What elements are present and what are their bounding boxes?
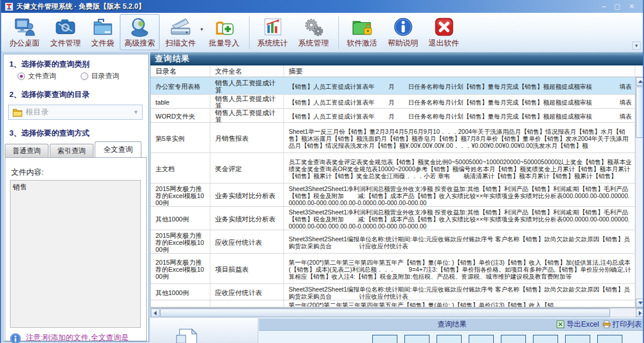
fulltext-query-panel: 文件内容: 注意:刚添加的文件,全文查询是: [5, 157, 147, 341]
cell-directory: WORD文件夹: [151, 109, 210, 122]
results-panel: 查询结果 目录名 文件全名 摘要 办公室专用表格 销售人员工资提成计算 【销售】…: [150, 53, 644, 343]
footer-button[interactable]: [404, 335, 430, 343]
footer-button[interactable]: [469, 335, 494, 343]
radio-icon[interactable]: [81, 72, 88, 80]
column-header-dir[interactable]: 目录名: [151, 65, 210, 77]
table-row[interactable]: 2015网友极力推荐的Excel模板1000例 应收应付统计表 Sheet3Sh…: [151, 230, 635, 254]
cell-filename: 销售人员工资提成计算: [210, 77, 284, 94]
cell-filename: [210, 300, 284, 307]
folder-icon: [12, 108, 23, 117]
scroll-left-button[interactable]: [151, 309, 160, 317]
cell-filename: 业务实绩对比分析表: [210, 207, 284, 230]
table-row[interactable]: 第5章实例 月销售报表 Sheet1举一反三月份【销售】量2月3月4月5月6月9…: [151, 123, 635, 153]
toolbar-button-label: 文件管理: [50, 38, 81, 48]
desktop-user-icon: [14, 16, 35, 37]
results-header: 查询结果: [150, 53, 644, 65]
table-row[interactable]: 2015网友极力推荐的Excel模板1000例 业务实绩对比分析表 Sheet3…: [151, 183, 635, 207]
info-icon: [393, 16, 414, 37]
toolbar-button-camera[interactable]: 文件管理: [46, 14, 85, 50]
table-row[interactable]: 其他1000例 应收应付统计表 Sheet3Sheet2Sheet1编报单位名称…: [151, 284, 635, 300]
cell-directory: 其他1000例: [151, 284, 210, 300]
cell-filename: 销售人员工资提成计算: [210, 95, 284, 108]
scroll-down-button[interactable]: [636, 299, 644, 307]
footer-button[interactable]: [533, 335, 558, 343]
toolbar-button-exit[interactable]: 退出软件: [424, 14, 464, 50]
cell-summary: 【销售】人员工资提成计算表年 月 日任务名称每月计划【销售】量每月完成【销售】额…: [284, 77, 635, 94]
table-row[interactable]: 2015网友极力推荐的Excel模板1000例 项目损益表 第一年(200*)第…: [151, 254, 635, 284]
footer-button[interactable]: [565, 335, 590, 343]
cell-filename: 项目损益表: [210, 254, 284, 283]
footer-button[interactable]: [372, 335, 397, 343]
toolbar-button-stats-chart[interactable]: 系统统计: [253, 14, 293, 50]
app-icon: [5, 2, 13, 11]
toolbar-button-batch-import[interactable]: 批量导入: [205, 14, 244, 50]
toolbar-button-label: 扫描文件: [165, 38, 196, 48]
print-list-button[interactable]: 打印列表: [603, 320, 642, 330]
table-row[interactable]: 第一年(200*)第二年第三年第四年第五年产【销售】量(单位: )【销售】单价(…: [151, 300, 635, 307]
step3-heading: 3、选择你要的查询方式: [9, 128, 89, 138]
toolbar-button-label: 系统统计: [258, 38, 288, 48]
table-row[interactable]: 其他1000例 业务实绩对比分析表 Sheet3Sheet2Sheet1净利润利…: [151, 207, 635, 230]
exit-icon: [434, 16, 455, 37]
note: 注意:刚添加的文件,全文查询是: [10, 333, 140, 343]
scanner-icon: [170, 16, 191, 37]
directory-select[interactable]: 根目录 ▼: [8, 105, 143, 120]
window-title: 天健文件管理系统 · 免费版【版本 5.2.0】: [16, 2, 146, 12]
note-text: 注意:刚添加的文件,全文查询是: [26, 333, 140, 342]
toolbar-button-folder-bag[interactable]: 文件袋: [86, 14, 119, 50]
toolbar-separator: [338, 16, 339, 49]
cell-summary: 【销售】人员工资提成计算表年 月 日任务名称每月计划【销售】量每月完成【销售】额…: [284, 109, 635, 122]
tab-索引查询[interactable]: 索引查询: [50, 144, 94, 157]
radio-dir-query[interactable]: 目录查询: [81, 71, 119, 81]
scan-dropdown-arrow-icon[interactable]: ▾: [200, 26, 203, 32]
footer-preview-pane: [150, 318, 258, 343]
cell-summary: Sheet3Sheet2Sheet1编报单位名称:统计期间:单位:元应收账款应付…: [284, 284, 635, 300]
chevron-down-icon[interactable]: ▼: [133, 109, 139, 115]
radio-file-query[interactable]: 文件查询: [18, 71, 56, 81]
cell-directory: 2015网友极力推荐的Excel模板1000例: [151, 254, 210, 283]
step1-heading: 1、选择你要的查询类别: [9, 59, 89, 70]
content-label: 文件内容:: [11, 167, 44, 178]
footer-button[interactable]: [437, 335, 462, 343]
tab-全文查询[interactable]: 全文查询: [95, 141, 141, 157]
toolbar-overflow-button[interactable]: ▾: [632, 41, 640, 50]
horizontal-scrollbar[interactable]: [150, 308, 644, 317]
cell-filename: 销售人员工资提成计算: [210, 109, 284, 122]
radio-icon[interactable]: [18, 72, 25, 80]
vertical-scroll-thumb[interactable]: [636, 86, 644, 138]
table-row[interactable]: WORD文件夹 销售人员工资提成计算 【销售】人员工资提成计算表年 月 日任务名…: [151, 109, 635, 123]
maximize-button[interactable]: ▢: [614, 3, 621, 10]
search-sidebar: 1、选择你要的查询类别 文件查询目录查询 2、选择你要查询的目录 根目录 ▼ 3…: [3, 54, 149, 342]
scroll-right-button[interactable]: [636, 309, 644, 317]
cell-directory: 办公室专用表格: [151, 77, 210, 94]
cell-filename: 奖金评定: [210, 153, 284, 183]
cell-filename: 业务实绩对比分析表: [210, 183, 284, 206]
printer-icon: [603, 320, 611, 328]
minimize-button[interactable]: –: [602, 3, 606, 10]
vertical-scrollbar[interactable]: [635, 77, 644, 307]
toolbar: 办公桌面文件管理文件袋高级搜索扫描文件▾批量导入系统统计系统管理软件激活帮助说明…: [1, 13, 643, 53]
export-excel-button[interactable]: 导出Excel: [556, 320, 599, 330]
directory-select-value: 根目录: [26, 107, 133, 117]
table-row[interactable]: 办公室专用表格 销售人员工资提成计算 【销售】人员工资提成计算表年 月 日任务名…: [151, 77, 635, 95]
horizontal-scroll-thumb[interactable]: [160, 309, 610, 317]
toolbar-button-desktop-user[interactable]: 办公桌面: [5, 14, 44, 50]
toolbar-button-scanner[interactable]: 扫描文件: [161, 14, 200, 50]
footer-button[interactable]: [597, 335, 622, 343]
tab-普通查询[interactable]: 普通查询: [5, 144, 49, 157]
table-row[interactable]: table 销售人员工资提成计算 【销售】人员工资提成计算表年 月 日任务名称每…: [151, 95, 635, 109]
table-row[interactable]: 主文档 奖金评定 员工奖金查询表奖金评定表奖金规范表【销售】额奖金比例0~500…: [151, 153, 635, 183]
column-header-file[interactable]: 文件全名: [210, 65, 284, 77]
toolbar-button-search[interactable]: 高级搜索: [120, 14, 160, 50]
toolbar-button-label: 高级搜索: [124, 38, 155, 48]
scroll-up-button[interactable]: [636, 77, 644, 86]
cell-summary: 员工奖金查询表奖金评定表奖金规范表【销售】额奖金比例0~50005000~100…: [284, 153, 635, 183]
toolbar-button-folder-lock[interactable]: 软件激活: [342, 14, 382, 50]
content-input[interactable]: [10, 180, 141, 328]
radio-label: 目录查询: [91, 71, 119, 81]
toolbar-button-gears[interactable]: 系统管理: [294, 14, 334, 50]
toolbar-button-info[interactable]: 帮助说明: [383, 14, 423, 50]
close-button[interactable]: ✕: [629, 3, 635, 10]
column-header-summary[interactable]: 摘要: [284, 65, 635, 77]
footer-button[interactable]: [501, 335, 526, 343]
